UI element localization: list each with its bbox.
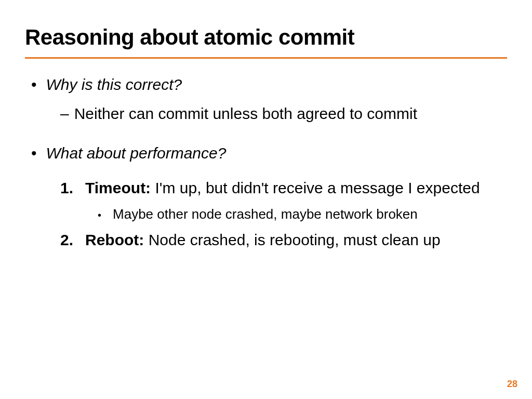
sub-bullet-marker: • bbox=[98, 207, 101, 223]
numbered-item: 2. Reboot: Node crashed, is rebooting, m… bbox=[60, 230, 507, 250]
title-divider bbox=[25, 57, 507, 59]
bullet-marker: • bbox=[31, 144, 37, 163]
bullet-marker: • bbox=[31, 75, 37, 94]
bullet-text: What about performance? bbox=[46, 144, 227, 163]
page-number: 28 bbox=[507, 379, 517, 390]
bullet-item: • Why is this correct? bbox=[31, 75, 507, 94]
numbered-text: Timeout: I'm up, but didn't receive a me… bbox=[85, 178, 480, 198]
number-marker: 1. bbox=[60, 178, 82, 198]
numbered-body: Node crashed, is rebooting, must clean u… bbox=[149, 231, 441, 248]
sub-bullet-text: Maybe other node crashed, maybe network … bbox=[113, 206, 418, 222]
sub-bullet-item: • Maybe other node crashed, maybe networ… bbox=[98, 206, 507, 223]
slide-title: Reasoning about atomic commit bbox=[25, 25, 507, 50]
sub-dash-item: – Neither can commit unless both agreed … bbox=[60, 104, 507, 123]
bullet-item: • What about performance? bbox=[31, 144, 507, 163]
sub-dash-text: Neither can commit unless both agreed to… bbox=[74, 104, 417, 123]
slide-container: Reasoning about atomic commit • Why is t… bbox=[0, 0, 532, 249]
dash-marker: – bbox=[60, 104, 69, 123]
numbered-text: Reboot: Node crashed, is rebooting, must… bbox=[85, 230, 441, 250]
numbered-body: I'm up, but didn't receive a message I e… bbox=[155, 179, 480, 196]
numbered-item: 1. Timeout: I'm up, but didn't receive a… bbox=[60, 178, 507, 198]
spacer bbox=[31, 173, 507, 178]
slide-content: • Why is this correct? – Neither can com… bbox=[25, 75, 507, 249]
numbered-label: Reboot: bbox=[85, 231, 149, 248]
number-marker: 2. bbox=[60, 230, 82, 250]
numbered-label: Timeout: bbox=[85, 179, 155, 196]
bullet-text: Why is this correct? bbox=[46, 75, 182, 94]
